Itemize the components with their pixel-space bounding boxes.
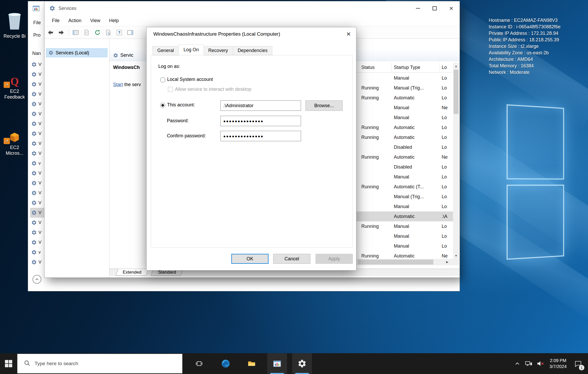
export-list-button[interactable]: [104, 29, 112, 36]
close-button[interactable]: ×: [443, 1, 460, 15]
service-row[interactable]: V: [30, 119, 45, 129]
column-header-startup-type[interactable]: Startup Type: [391, 63, 440, 72]
this-account-radio[interactable]: [160, 103, 165, 108]
account-input[interactable]: .\Administrator: [220, 100, 301, 111]
scroll-down-arrow[interactable]: ▼: [453, 252, 459, 259]
service-row[interactable]: V: [30, 178, 45, 188]
menu-item-file[interactable]: File: [33, 20, 41, 25]
service-row[interactable]: V: [30, 109, 45, 119]
scroll-up-arrow[interactable]: ▲: [453, 63, 459, 69]
scrollbar-thumb[interactable]: [454, 70, 459, 114]
properties-button[interactable]: [83, 29, 90, 36]
service-row[interactable]: V: [30, 228, 45, 237]
dialog-title-bar[interactable]: WindowsChaosInfrastructure Properties (L…: [147, 27, 356, 41]
desktop-icon-ec2-feedback[interactable]: Q ↗ EC2 Feedback: [0, 70, 29, 100]
action-pane-button[interactable]: [126, 29, 134, 36]
toolbar-label-truncated[interactable]: Pro: [33, 33, 41, 38]
tab-general[interactable]: General: [152, 46, 179, 55]
menu-item[interactable]: Help: [105, 18, 123, 23]
service-row[interactable]: V: [30, 237, 45, 247]
menu-item[interactable]: File: [48, 18, 64, 23]
tab-recovery[interactable]: Recovery: [204, 46, 233, 55]
service-row[interactable]: Running Automatic Ne: [356, 251, 453, 259]
service-row[interactable]: Disabled Lo: [356, 162, 453, 172]
search-input[interactable]: Type here to search: [17, 354, 182, 373]
service-row[interactable]: Manual (Trig... Lo: [356, 192, 453, 202]
service-row[interactable]: Manual Ne: [356, 103, 453, 113]
service-row[interactable]: V: [30, 198, 45, 208]
column-header-name-truncated[interactable]: Nan: [32, 51, 41, 56]
service-row[interactable]: Manual Lo: [356, 172, 453, 182]
service-row[interactable]: v: [30, 158, 45, 168]
start-button[interactable]: [0, 353, 17, 374]
local-system-account-radio[interactable]: [160, 77, 165, 82]
tree-item-services-local[interactable]: Services (Local): [46, 48, 107, 57]
service-row[interactable]: V: [30, 69, 45, 79]
back-button[interactable]: [47, 29, 54, 36]
service-row[interactable]: Disabled Lo: [356, 142, 453, 152]
tab-dependencies[interactable]: Dependencies: [233, 46, 272, 55]
scroll-right-arrow[interactable]: ▶: [444, 259, 450, 265]
service-row[interactable]: Running Automatic (T... Lo: [356, 182, 453, 192]
clock[interactable]: 2:09 PM 3/7/2024: [546, 358, 570, 370]
service-row[interactable]: V: [30, 60, 45, 69]
forward-button[interactable]: [57, 29, 65, 36]
service-row[interactable]: V: [30, 257, 45, 267]
service-row[interactable]: Running Automatic Lo: [356, 132, 453, 142]
column-header-logon-truncated[interactable]: Lo: [440, 63, 453, 72]
network-icon[interactable]: [523, 353, 534, 374]
confirm-password-input[interactable]: ●●●●●●●●●●●●●●: [220, 131, 301, 141]
service-row[interactable]: Manual Lo: [356, 113, 453, 122]
service-row[interactable]: Manual Lo: [356, 241, 453, 251]
service-row[interactable]: V: [30, 218, 45, 228]
dialog-close-button[interactable]: ×: [341, 27, 356, 41]
start-service-link[interactable]: Start: [113, 82, 123, 87]
services-console-button[interactable]: [267, 353, 287, 374]
refresh-button[interactable]: [94, 29, 101, 36]
edge-browser-button[interactable]: [216, 353, 236, 374]
volume-muted-icon[interactable]: [534, 353, 546, 374]
desktop-icon-recycle-bin[interactable]: Recycle Bi: [0, 8, 29, 39]
service-row[interactable]: V: [30, 139, 45, 149]
horizontal-scrollbar[interactable]: ▶: [356, 259, 453, 265]
scrollbar-thumb[interactable]: [358, 260, 433, 265]
service-row[interactable]: Running Automatic Ne: [356, 152, 453, 162]
desktop-icon-ec2-microsoft[interactable]: ↗ EC2 Micros...: [0, 126, 29, 156]
title-bar[interactable]: Services ×: [44, 1, 460, 15]
service-row[interactable]: V: [30, 168, 45, 178]
tray-expand-button[interactable]: [512, 353, 523, 374]
service-row[interactable]: Running Automatic Lo: [356, 122, 453, 132]
help-button[interactable]: ?: [115, 29, 123, 36]
service-row[interactable]: V: [30, 149, 45, 158]
column-header-status[interactable]: Status: [356, 63, 391, 72]
task-view-button[interactable]: [189, 353, 209, 374]
service-row[interactable]: V: [30, 99, 45, 109]
maximize-button[interactable]: [426, 1, 443, 15]
show-console-tree-button[interactable]: [72, 29, 80, 36]
service-row[interactable]: V: [30, 89, 45, 99]
action-center-button[interactable]: 1: [570, 353, 586, 374]
tab-log-on[interactable]: Log On: [179, 44, 204, 55]
service-row[interactable]: Manual Lo: [356, 231, 453, 241]
menu-item[interactable]: View: [86, 18, 105, 23]
file-explorer-button[interactable]: [242, 353, 262, 374]
minimize-button[interactable]: [410, 1, 426, 15]
cancel-button[interactable]: Cancel: [273, 254, 310, 264]
vertical-scrollbar[interactable]: ▲ ▼: [453, 63, 459, 259]
service-row[interactable]: Automatic .\A: [356, 211, 453, 221]
service-row[interactable]: Manual Lo: [356, 73, 453, 83]
tab-extended[interactable]: Extended: [116, 269, 149, 276]
service-row[interactable]: v: [30, 247, 45, 257]
menu-item[interactable]: Action: [64, 18, 86, 23]
password-input[interactable]: ●●●●●●●●●●●●●●: [220, 116, 301, 126]
service-row[interactable]: V: [30, 208, 45, 218]
service-row[interactable]: V: [30, 79, 45, 89]
settings-gear-button[interactable]: [292, 353, 312, 374]
service-row[interactable]: V: [30, 129, 45, 139]
service-row[interactable]: Running Automatic Lo: [356, 93, 453, 103]
ok-button[interactable]: OK: [231, 254, 269, 264]
browse-button[interactable]: Browse...: [305, 100, 343, 111]
scroll-up-circle-button[interactable]: [32, 275, 41, 284]
service-row[interactable]: Running Manual Lo: [356, 221, 453, 231]
service-row[interactable]: V: [30, 188, 45, 198]
